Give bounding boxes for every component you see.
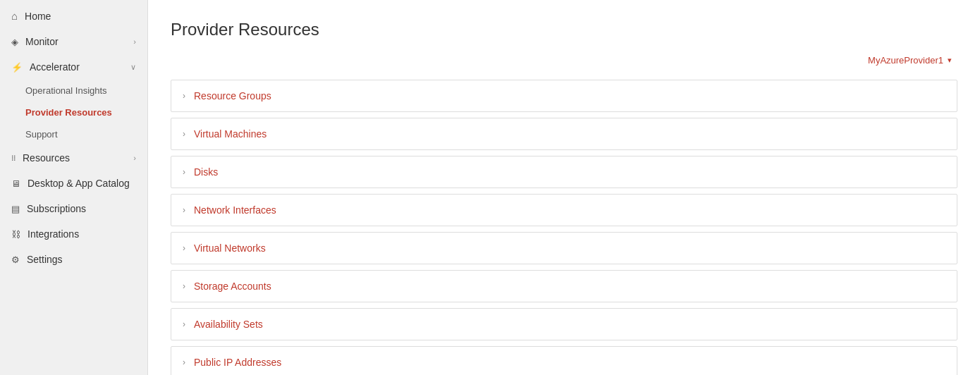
accordion-label-resource-groups: Resource Groups <box>194 90 271 102</box>
monitor-icon: ◈ <box>11 37 18 47</box>
accordion-item-network-interfaces[interactable]: › Network Interfaces <box>171 194 957 226</box>
integrations-icon: ⛓ <box>11 229 20 240</box>
sidebar: ⌂ Home ◈ Monitor › ⚡ Accelerator ∨ Opera… <box>0 0 148 375</box>
accordion-header-availability-sets: › Availability Sets <box>171 309 957 340</box>
accordion-label-network-interfaces: Network Interfaces <box>194 204 276 216</box>
sidebar-item-provider-resources-label: Provider Resources <box>25 107 112 118</box>
accordion-item-resource-groups[interactable]: › Resource Groups <box>171 80 957 112</box>
main-content: Provider Resources MyAzureProvider1 ▾ › … <box>148 0 980 375</box>
accordion-chevron-icon-virtual-networks: › <box>183 243 185 253</box>
accordion-item-disks[interactable]: › Disks <box>171 156 957 188</box>
settings-icon: ⚙ <box>11 254 20 265</box>
accordion-chevron-icon-storage-accounts: › <box>183 281 185 291</box>
sidebar-item-subscriptions-label: Subscriptions <box>27 203 86 214</box>
accelerator-icon: ⚡ <box>11 62 23 73</box>
accordion-header-network-interfaces: › Network Interfaces <box>171 195 957 226</box>
accordion-header-storage-accounts: › Storage Accounts <box>171 271 957 302</box>
provider-selector-value: MyAzureProvider1 <box>868 55 943 66</box>
page-title: Provider Resources <box>171 20 957 39</box>
sidebar-item-desktop-label: Desktop & App Catalog <box>27 178 130 189</box>
sidebar-item-settings[interactable]: ⚙ Settings <box>0 247 147 272</box>
accordion-chevron-icon-disks: › <box>183 167 185 177</box>
sidebar-item-integrations-label: Integrations <box>27 228 79 240</box>
sidebar-item-home[interactable]: ⌂ Home <box>0 3 147 29</box>
sidebar-item-operational-insights[interactable]: Operational Insights <box>0 80 147 102</box>
sidebar-item-resources[interactable]: ⁞⁞ Resources › <box>0 145 147 171</box>
accordion-header-resource-groups: › Resource Groups <box>171 80 957 111</box>
sidebar-item-accelerator[interactable]: ⚡ Accelerator ∨ <box>0 54 147 80</box>
resources-icon: ⁞⁞ <box>11 154 16 163</box>
sidebar-item-subscriptions[interactable]: ▤ Subscriptions <box>0 196 147 221</box>
accordion-item-availability-sets[interactable]: › Availability Sets <box>171 308 957 340</box>
accordion-label-storage-accounts: Storage Accounts <box>194 281 271 292</box>
accordion-chevron-icon-public-ip-addresses: › <box>183 357 185 367</box>
chevron-right-icon-2: › <box>133 154 136 162</box>
accordion-chevron-icon-resource-groups: › <box>183 91 185 101</box>
sidebar-item-monitor[interactable]: ◈ Monitor › <box>0 29 147 54</box>
chevron-right-icon: › <box>133 37 136 46</box>
sidebar-item-integrations[interactable]: ⛓ Integrations <box>0 221 147 247</box>
accordion-header-disks: › Disks <box>171 156 957 188</box>
accordion-label-availability-sets: Availability Sets <box>194 319 263 330</box>
sidebar-item-accelerator-label: Accelerator <box>30 61 80 73</box>
provider-selector-chevron-icon: ▾ <box>948 56 952 65</box>
provider-selector-button[interactable]: MyAzureProvider1 ▾ <box>862 52 957 68</box>
accordion-header-virtual-machines: › Virtual Machines <box>171 118 957 149</box>
accordion-item-public-ip-addresses[interactable]: › Public IP Addresses <box>171 346 957 375</box>
accordion-item-storage-accounts[interactable]: › Storage Accounts <box>171 270 957 302</box>
accordion-header-public-ip-addresses: › Public IP Addresses <box>171 347 957 375</box>
sidebar-item-settings-label: Settings <box>27 254 63 265</box>
accordion-chevron-icon-virtual-machines: › <box>183 129 185 139</box>
accordion-label-public-ip-addresses: Public IP Addresses <box>194 357 281 368</box>
sidebar-item-home-label: Home <box>25 11 51 22</box>
sidebar-item-resources-label: Resources <box>23 152 70 164</box>
sidebar-item-monitor-label: Monitor <box>25 36 59 47</box>
subscriptions-icon: ▤ <box>11 204 20 214</box>
accordion-label-disks: Disks <box>194 166 218 178</box>
accordion-chevron-icon-network-interfaces: › <box>183 205 185 215</box>
accordion-label-virtual-networks: Virtual Networks <box>194 242 266 254</box>
accordion-list: › Resource Groups › Virtual Machines › D… <box>171 80 957 375</box>
sidebar-item-operational-insights-label: Operational Insights <box>25 85 107 96</box>
sidebar-item-support[interactable]: Support <box>0 123 147 145</box>
accordion-chevron-icon-availability-sets: › <box>183 319 185 329</box>
chevron-down-icon: ∨ <box>130 63 136 72</box>
accordion-label-virtual-machines: Virtual Machines <box>194 128 267 140</box>
accordion-item-virtual-machines[interactable]: › Virtual Machines <box>171 118 957 150</box>
sidebar-item-desktop-app-catalog[interactable]: 🖥 Desktop & App Catalog <box>0 171 147 196</box>
home-icon: ⌂ <box>11 10 18 22</box>
provider-selector-row: MyAzureProvider1 ▾ <box>171 52 957 68</box>
desktop-icon: 🖥 <box>11 178 20 189</box>
sidebar-item-provider-resources[interactable]: Provider Resources <box>0 102 147 123</box>
accordion-item-virtual-networks[interactable]: › Virtual Networks <box>171 232 957 264</box>
sidebar-item-support-label: Support <box>25 129 58 140</box>
accordion-header-virtual-networks: › Virtual Networks <box>171 233 957 264</box>
